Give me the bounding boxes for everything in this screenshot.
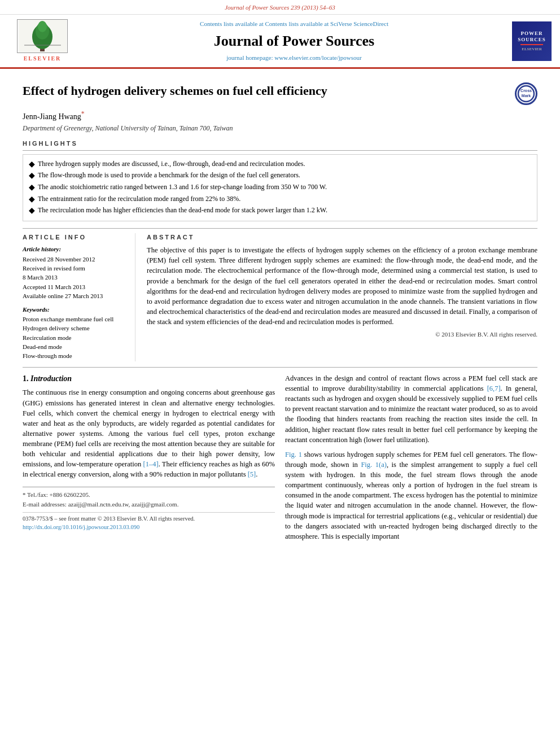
journal-header-center: Contents lists available at Contents lis… [85, 19, 504, 63]
svg-text:Cross: Cross [520, 89, 532, 93]
highlights-divider: HIGHLIGHTS [23, 139, 537, 150]
doi-anchor[interactable]: http://dx.doi.org/10.1016/j.jpowsour.201… [23, 524, 139, 530]
highlights-label: HIGHLIGHTS [23, 139, 537, 150]
bullet-2: ◆ [29, 170, 35, 181]
bullet-4: ◆ [29, 194, 35, 205]
highlight-text-5: The recirculation mode has higher effici… [38, 206, 327, 215]
keyword-2: Hydrogen delivery scheme [23, 324, 127, 333]
abstract-text: The objective of this paper is to invest… [147, 245, 537, 327]
fig1-link[interactable]: Fig. 1 [285, 451, 302, 458]
author-name-text: Jenn-Jiang Hwang [23, 112, 81, 121]
footnote-email: E-mail addresses: azaijj@mail.nctn.edu.t… [23, 500, 275, 509]
abstract-label: ABSTRACT [147, 233, 537, 242]
journal-header: ELSEVIER Contents lists available at Con… [0, 15, 560, 69]
footnote-section: * Tel./fax: +886 62602205. E-mail addres… [23, 487, 275, 509]
body-right-column: Advances in the design and control of re… [285, 373, 537, 546]
svg-point-4 [38, 21, 47, 32]
copyright-notice: © 2013 Elsevier B.V. All rights reserved… [147, 330, 537, 339]
right-paragraph-2: Fig. 1 shows various hydrogen supply sch… [285, 449, 537, 541]
received-revised-label: Received in revised form [23, 264, 127, 273]
sciverse-link[interactable]: Contents lists available at Contents lis… [200, 20, 388, 28]
keyword-4: Dead-end mode [23, 343, 127, 351]
body-section: 1. Introduction The continuous rise in e… [23, 367, 537, 546]
highlight-text-3: The anodic stoichiometric ratio ranged b… [38, 182, 327, 192]
bullet-1: ◆ [29, 159, 35, 170]
elsevier-logo: ELSEVIER [17, 19, 68, 63]
ref-link-5[interactable]: [5] [248, 470, 256, 478]
highlight-text-1: Three hydrogen supply modes are discusse… [38, 159, 305, 169]
keyword-5: Flow-through mode [23, 352, 127, 360]
fig1a-link[interactable]: Fig. 1(a) [361, 461, 387, 469]
doi-section: 0378-7753/$ – see front matter © 2013 El… [23, 512, 275, 531]
highlight-item-1: ◆ Three hydrogen supply modes are discus… [29, 159, 531, 170]
bullet-5: ◆ [29, 205, 35, 216]
article-info-column: ARTICLE INFO Article history: Received 2… [23, 233, 135, 361]
doi-link[interactable]: http://dx.doi.org/10.1016/j.jpowsour.201… [23, 523, 275, 532]
keyword-3: Recirculation mode [23, 334, 127, 342]
contents-available-text: Contents lists available at [200, 20, 265, 27]
issn-text: 0378-7753/$ – see front matter © 2013 El… [23, 515, 275, 523]
ref-link-1-4[interactable]: [1–4] [143, 460, 159, 468]
article-title: Effect of hydrogen delivery schemes on f… [23, 82, 327, 100]
intro-number: 1. [23, 374, 29, 383]
intro-title: Introduction [30, 374, 72, 383]
available-online: Available online 27 March 2013 [23, 292, 127, 300]
received-date: Received 28 November 2012 [23, 255, 127, 264]
crossmark-badge[interactable]: Cross Mark [515, 82, 537, 105]
article-info-label: ARTICLE INFO [23, 233, 127, 242]
highlight-item-4: ◆ The entrainment ratio for the recircul… [29, 194, 531, 205]
highlight-item-2: ◆ The flow-through mode is used to provi… [29, 171, 531, 181]
author-name: Jenn-Jiang Hwang* [23, 110, 537, 122]
keyword-1: Proton exchange membrane fuel cell [23, 315, 127, 324]
journal-logo-box: POWER SOURCES ELSEVIER [512, 21, 552, 61]
journal-homepage[interactable]: journal homepage: www.elsevier.com/locat… [226, 54, 361, 62]
highlight-text-4: The entrainment ratio for the recirculat… [38, 194, 240, 204]
abstract-column: ABSTRACT The objective of this paper is … [147, 233, 537, 361]
article-history: Article history: Received 28 November 20… [23, 245, 127, 300]
sciverse-sciencedirect[interactable]: Contents lists available at SciVerse Sci… [265, 20, 388, 27]
highlight-text-2: The flow-through mode is used to provide… [38, 171, 300, 180]
citation-text: Journal of Power Sources 239 (2013) 54–6… [225, 4, 335, 11]
revised-date: 8 March 2013 [23, 273, 127, 282]
affiliation: Department of Greenergy, National Univer… [23, 124, 537, 133]
ref-link-6-7[interactable]: [6,7] [487, 385, 501, 392]
elsevier-logo-container: ELSEVIER [6, 19, 79, 63]
article-title-row: Effect of hydrogen delivery schemes on f… [23, 82, 537, 105]
highlight-item-5: ◆ The recirculation mode has higher effi… [29, 206, 531, 216]
right-paragraph-1: Advances in the design and control of re… [285, 373, 537, 445]
body-left-column: 1. Introduction The continuous rise in e… [23, 373, 275, 546]
author-sup: * [81, 110, 85, 117]
main-content: Effect of hydrogen delivery schemes on f… [0, 69, 560, 551]
svg-text:Mark: Mark [522, 94, 531, 98]
history-title: Article history: [23, 245, 127, 254]
highlight-item-3: ◆ The anodic stoichiometric ratio ranged… [29, 182, 531, 193]
accepted-date: Accepted 11 March 2013 [23, 283, 127, 291]
elsevier-tree-icon [17, 19, 68, 53]
footnote-phone: * Tel./fax: +886 62602205. [23, 491, 275, 499]
journal-logo-inner: POWER SOURCES ELSEVIER [518, 30, 546, 52]
article-info-abstract-section: ARTICLE INFO Article history: Received 2… [23, 228, 537, 361]
introduction-heading: 1. Introduction [23, 373, 275, 385]
keywords-title: Keywords: [23, 305, 127, 314]
elsevier-brand-text: ELSEVIER [24, 55, 62, 63]
journal-logo-container: POWER SOURCES ELSEVIER [509, 19, 554, 63]
highlights-section: HIGHLIGHTS ◆ Three hydrogen supply modes… [23, 139, 537, 221]
bullet-3: ◆ [29, 182, 35, 193]
intro-paragraph-1: The continuous rise in energy consumptio… [23, 387, 275, 479]
journal-citation: Journal of Power Sources 239 (2013) 54–6… [0, 0, 560, 15]
highlights-box: ◆ Three hydrogen supply modes are discus… [23, 154, 537, 221]
journal-title: Journal of Power Sources [214, 31, 374, 51]
